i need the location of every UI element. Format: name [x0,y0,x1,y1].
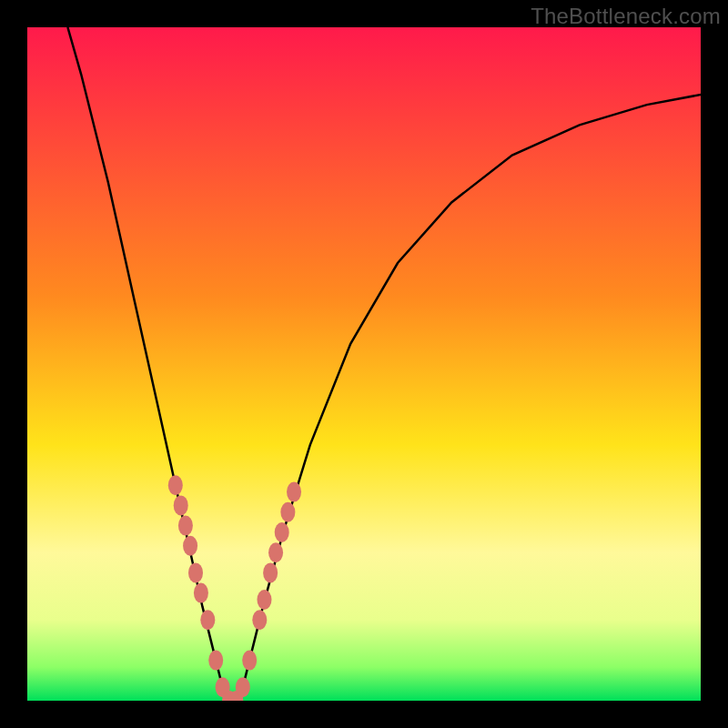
plot-area [27,27,701,701]
data-point [268,542,283,562]
data-point [178,516,193,536]
data-point [208,651,223,671]
data-point [287,482,301,502]
data-point [236,677,250,697]
data-point [280,502,295,522]
data-point [242,651,257,671]
data-point [194,583,208,603]
watermark-text: TheBottleneck.com [531,4,721,29]
data-point [257,590,271,610]
data-point [168,475,183,495]
data-point [183,536,197,556]
data-point [252,610,267,630]
gradient-background [27,27,701,701]
data-point [174,495,188,515]
data-point [263,562,278,582]
chart-frame: TheBottleneck.com [0,0,728,728]
chart-svg [27,27,701,701]
data-point [200,610,215,630]
data-point [275,522,289,542]
data-point [188,562,203,582]
